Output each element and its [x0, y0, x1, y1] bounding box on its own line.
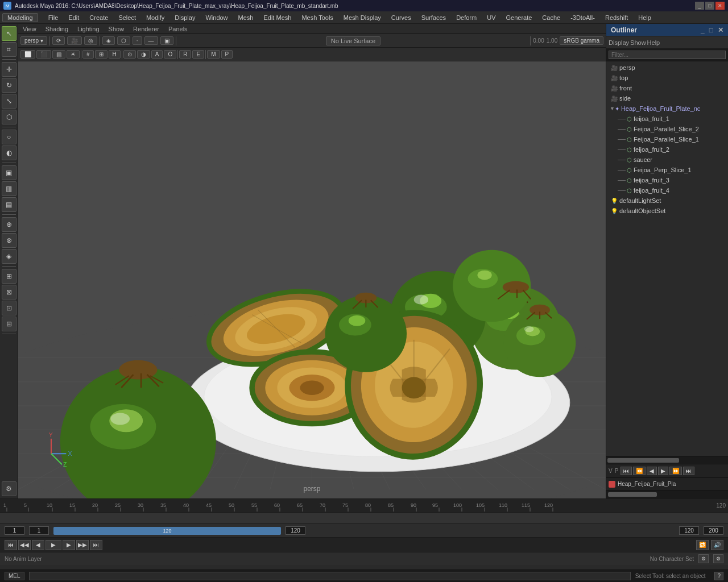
tab-view[interactable]: View — [23, 26, 36, 32]
tree-item-perp-slice-1[interactable]: ⬡ Feijoa_Perp_Slice_1 — [606, 165, 728, 175]
start-frame-field[interactable] — [29, 526, 49, 535]
menu-item--3dtoall-[interactable]: -3DtoAll- — [566, 13, 599, 22]
rp-play-btn[interactable]: ▶ — [658, 467, 668, 475]
pb-last-btn[interactable]: ⏭ — [90, 540, 102, 550]
pb-prev-frame-btn[interactable]: ◀ — [32, 540, 44, 550]
snap-tool-1[interactable]: ⊕ — [2, 217, 16, 232]
rp-fwd-btn[interactable]: ⏩ — [669, 467, 682, 475]
tree-item-feijoa-fruit-2[interactable]: ⬡ feijoa_fruit_2 — [606, 144, 728, 155]
wire-btn[interactable]: ⬜ — [20, 50, 35, 59]
edge-btn[interactable]: — — [144, 36, 158, 45]
tree-item-scene-root[interactable]: ▼ ✦ Heap_Feijoa_Fruit_Plate_nc — [606, 103, 728, 114]
lasso-tool[interactable]: ⌗ — [2, 42, 16, 57]
tab-renderer[interactable]: Renderer — [133, 26, 159, 32]
rp-next-btn[interactable]: ⏭ — [683, 467, 694, 475]
vert-btn[interactable]: · — [133, 36, 142, 45]
face-btn[interactable]: ▣ — [160, 36, 173, 45]
close-button[interactable]: ✕ — [715, 2, 725, 10]
menu-item-select[interactable]: Select — [114, 13, 140, 22]
char-set-btn-1[interactable]: ⚙ — [698, 554, 709, 563]
outliner-help-menu[interactable]: Help — [647, 39, 660, 46]
rp-back-btn[interactable]: ⏪ — [633, 467, 646, 475]
tree-item-feijoa-fruit-3[interactable]: ⬡ feijoa_fruit_3 — [606, 175, 728, 185]
pb-audio-btn[interactable]: 🔊 — [711, 540, 723, 550]
menu-item-curves[interactable]: Curves — [387, 13, 416, 22]
pb-loop-btn[interactable]: 🔁 — [696, 540, 709, 550]
tab-lighting[interactable]: Lighting — [77, 26, 100, 32]
xray-btn[interactable]: ◑ — [137, 50, 150, 59]
display-tool-3[interactable]: ▤ — [2, 197, 16, 212]
panels-btn[interactable]: P — [221, 50, 233, 59]
menu-item-surfaces[interactable]: Surfaces — [417, 13, 450, 22]
mode-selector[interactable]: Modeling — [2, 13, 38, 22]
tab-panels[interactable]: Panels — [168, 26, 188, 32]
menu-item-uv[interactable]: UV — [482, 13, 500, 22]
tree-item-saucer[interactable]: ⬡ saucer — [606, 155, 728, 165]
menu-item-file[interactable]: File — [44, 13, 63, 22]
menu-item-help[interactable]: Help — [634, 13, 656, 22]
snap-tool-2[interactable]: ⊗ — [2, 233, 16, 248]
outliner-bottom-scroll[interactable] — [606, 490, 728, 498]
menu-item-generate[interactable]: Generate — [501, 13, 536, 22]
minimize-button[interactable]: _ — [695, 2, 704, 10]
menu-item-mesh[interactable]: Mesh — [234, 13, 258, 22]
timeline-track[interactable] — [0, 513, 728, 524]
extra-tool-3[interactable]: ⊡ — [2, 301, 16, 315]
tree-item-persp[interactable]: 🎥 persp — [606, 63, 728, 73]
extra-tool-2[interactable]: ⊠ — [2, 285, 16, 300]
isolate-btn[interactable]: ⊙ — [123, 50, 136, 59]
camera-zoom-btn[interactable]: ◎ — [84, 36, 97, 45]
display-tool-2[interactable]: ▥ — [2, 181, 16, 196]
bottom-tool[interactable]: ⚙ — [2, 481, 16, 496]
universal-tool[interactable]: ⬡ — [2, 110, 16, 124]
playback-end-field[interactable] — [704, 526, 723, 535]
outliner-hscroll[interactable] — [606, 456, 728, 464]
command-mode[interactable]: MEL — [5, 572, 24, 580]
rotate-tool[interactable]: ↻ — [2, 78, 16, 93]
extra-tool-4[interactable]: ⊟ — [2, 317, 16, 331]
ao-btn[interactable]: O — [164, 50, 176, 59]
scale-tool[interactable]: ⤡ — [2, 94, 16, 109]
command-input[interactable] — [29, 572, 631, 580]
color-space-btn[interactable]: sRGB gamma — [560, 36, 603, 45]
render-region-btn[interactable]: R — [179, 50, 191, 59]
outliner-maximize[interactable]: □ — [709, 26, 713, 34]
menu-item-display[interactable]: Display — [170, 13, 200, 22]
poly-btn[interactable]: ⬡ — [117, 36, 130, 45]
hscroll-thumb[interactable] — [607, 458, 679, 463]
menu-item-deform[interactable]: Deform — [452, 13, 481, 22]
char-set-btn-2[interactable]: ⚙ — [713, 554, 723, 563]
tree-item-default-object-set[interactable]: 💡 defaultObjectSet — [606, 206, 728, 216]
expose-btn[interactable]: E — [192, 50, 204, 59]
maximize-button[interactable]: □ — [705, 2, 714, 10]
pb-play-btn[interactable]: ▶ — [46, 540, 61, 550]
tab-show[interactable]: Show — [109, 26, 125, 32]
display-tool-1[interactable]: ▣ — [2, 165, 16, 180]
outliner-filter-input[interactable] — [609, 51, 726, 59]
soft-mod-tool[interactable]: ○ — [2, 130, 16, 144]
pb-next-key-btn[interactable]: ▶▶ — [76, 540, 89, 550]
outliner-close[interactable]: ✕ — [718, 26, 723, 34]
menu-item-window[interactable]: Window — [201, 13, 232, 22]
tree-item-feijoa-fruit-1[interactable]: ⬡ feijoa_fruit_1 — [606, 114, 728, 124]
rp-prev-btn[interactable]: ⏮ — [621, 467, 632, 475]
tree-item-default-light-set[interactable]: 💡 defaultLightSet — [606, 196, 728, 206]
outliner-display-menu[interactable]: Display — [609, 39, 629, 46]
status-help-btn[interactable]: ? — [714, 572, 723, 580]
pb-prev-key-btn[interactable]: ◀◀ — [18, 540, 31, 550]
huds-btn[interactable]: H — [109, 50, 121, 59]
snap-tool-3[interactable]: ◈ — [2, 249, 16, 264]
menu-item-modify[interactable]: Modify — [142, 13, 169, 22]
shade-btn[interactable]: ⬛ — [36, 50, 51, 59]
tab-shading[interactable]: Shading — [46, 26, 68, 32]
snap-grid-btn[interactable]: ⊞ — [95, 50, 107, 59]
range-slider[interactable]: 120 — [53, 527, 281, 535]
current-frame-field[interactable] — [5, 526, 24, 535]
outliner-show-menu[interactable]: Show — [630, 39, 646, 46]
playback-start-field[interactable] — [679, 526, 699, 535]
camera-orbit-btn[interactable]: ⟳ — [52, 36, 65, 45]
bottom-scroll-thumb[interactable] — [608, 492, 657, 497]
select-mode-btn[interactable]: ◈ — [102, 36, 115, 45]
menu-item-redshift[interactable]: Redshift — [601, 13, 632, 22]
tree-item-parallel-slice-1[interactable]: ⬡ Feijoa_Parallel_Slice_1 — [606, 134, 728, 144]
